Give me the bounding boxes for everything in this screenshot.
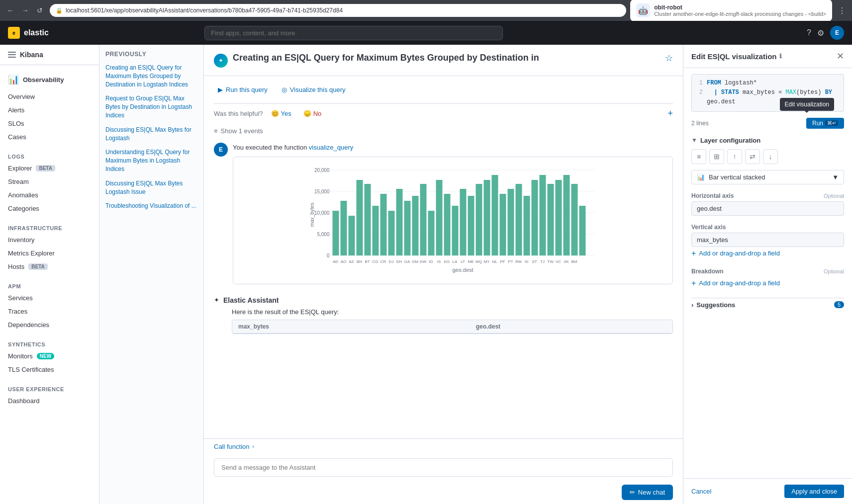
sidebar-item-services[interactable]: Services: [0, 291, 99, 305]
add-breakdown-field[interactable]: + Add or drag-and-drop a field: [691, 277, 844, 290]
code-text-1: FROM logstash*: [707, 79, 757, 88]
sidebar-item-anomalies[interactable]: Anomalies: [0, 188, 99, 202]
assistant-name-label: Elastic Assistant: [223, 296, 279, 304]
prev-item-1[interactable]: Creating an ES|QL Query for Maximum Byte…: [105, 64, 197, 88]
star-button[interactable]: ☆: [665, 53, 673, 64]
layer-icon-btn-3[interactable]: ↑: [727, 149, 742, 164]
sidebar-item-dashboard[interactable]: Dashboard: [0, 394, 99, 408]
layer-icon-btn-1[interactable]: ≡: [691, 149, 706, 164]
back-button[interactable]: ←: [4, 4, 17, 16]
call-function-button[interactable]: Call function ›: [214, 443, 254, 450]
cancel-button[interactable]: Cancel: [691, 485, 711, 498]
horizontal-axis-field[interactable]: geo.dest: [691, 201, 844, 216]
no-button[interactable]: 😞 No: [299, 108, 326, 119]
chat-input-area: [204, 454, 683, 485]
suggestions-section[interactable]: › Suggestions 5: [691, 298, 844, 312]
svg-rect-14: [357, 180, 363, 255]
nav-observability-brand[interactable]: 📊 Observability: [0, 69, 99, 90]
lock-icon: 🔒: [56, 7, 63, 14]
settings-icon[interactable]: ⚙: [817, 28, 824, 38]
alerts-label: Alerts: [8, 106, 24, 114]
svg-text:BM: BM: [571, 259, 577, 264]
forward-button[interactable]: →: [19, 4, 32, 16]
sidebar-item-tls[interactable]: TLS Certificates: [0, 363, 99, 376]
elastic-logo[interactable]: e elastic: [8, 27, 49, 39]
svg-rect-27: [460, 189, 467, 255]
svg-rect-18: [388, 211, 395, 255]
run-query-button[interactable]: ▶ Run this query: [214, 84, 272, 95]
traces-label: Traces: [8, 308, 27, 315]
svg-text:15,000: 15,000: [314, 189, 330, 194]
sidebar-item-categories[interactable]: Categories: [0, 202, 99, 215]
add-vertical-field[interactable]: + Add or drag-and-drop a field: [691, 247, 844, 260]
sidebar-item-inventory[interactable]: Inventory: [0, 233, 99, 247]
sidebar-item-cases[interactable]: Cases: [0, 130, 99, 144]
help-icon[interactable]: ?: [807, 28, 811, 37]
viz-info-icon[interactable]: ℹ: [779, 53, 782, 60]
sidebar-item-overview[interactable]: Overview: [0, 90, 99, 103]
vertical-axis-field[interactable]: max_bytes: [691, 233, 844, 247]
breakdown-text: Breakdown: [691, 268, 724, 275]
prev-item-6[interactable]: Troubleshooting Visualization of ...: [105, 202, 197, 210]
hosts-beta-badge: BETA: [28, 263, 47, 270]
layer-icon-btn-2[interactable]: ⊞: [709, 149, 724, 164]
sidebar-item-metrics-explorer[interactable]: Metrics Explorer: [0, 247, 99, 260]
refresh-button[interactable]: ↺: [34, 4, 46, 16]
user-avatar[interactable]: E: [830, 26, 844, 40]
new-chat-label: New chat: [638, 489, 665, 496]
svg-rect-42: [579, 206, 586, 255]
add-breakdown-label: Add or drag-and-drop a field: [699, 279, 780, 287]
chat-input[interactable]: [221, 464, 665, 471]
assistant-message: ✦ Elastic Assistant Here is the result o…: [214, 296, 673, 334]
sidebar-item-slos[interactable]: SLOs: [0, 117, 99, 130]
sidebar-item-dependencies[interactable]: Dependencies: [0, 318, 99, 332]
sidebar-item-explorer[interactable]: Explorer BETA: [0, 162, 99, 175]
anomalies-label: Anomalies: [8, 191, 38, 199]
search-input[interactable]: [204, 26, 503, 40]
expand-icon[interactable]: +: [667, 108, 673, 119]
svg-text:BT: BT: [365, 259, 370, 264]
svg-rect-30: [484, 180, 490, 255]
sidebar-item-alerts[interactable]: Alerts: [0, 103, 99, 117]
prev-item-4[interactable]: Understanding ES|QL Query for Maximum By…: [105, 148, 197, 173]
svg-text:IS: IS: [437, 259, 441, 264]
monitors-label: Monitors: [8, 352, 33, 360]
svg-text:AD: AD: [333, 259, 338, 264]
show-events[interactable]: ≡ Show 1 events: [214, 127, 673, 135]
prev-item-5[interactable]: Discussing ES|QL Max Bytes Logstash Issu…: [105, 179, 197, 196]
hamburger-icon[interactable]: [8, 52, 16, 58]
layer-icon-btn-4[interactable]: ⇄: [745, 149, 760, 164]
sidebar-item-monitors[interactable]: Monitors NEW: [0, 349, 99, 363]
sidebar-item-hosts[interactable]: Hosts BETA: [0, 260, 99, 273]
chart-inner: 20,000 15,000 10,000 5,000 0 max_bytes: [241, 165, 664, 276]
suggestions-text: Suggestions: [696, 301, 735, 309]
logs-section-title: Logs: [0, 152, 99, 162]
browser-menu-button[interactable]: ⋮: [836, 4, 848, 17]
url-bar[interactable]: 🔒 localhost:5601/xe/app/observabilityAIA…: [50, 4, 626, 17]
svg-text:TJ: TJ: [540, 259, 545, 264]
prev-item-3[interactable]: Discussing ES|QL Max Bytes for Logstash: [105, 126, 197, 143]
layer-config-header[interactable]: ▼ Layer configuration: [691, 137, 844, 144]
new-chat-button[interactable]: ✏ New chat: [622, 485, 673, 500]
layer-icon-btn-5[interactable]: ↓: [763, 149, 778, 164]
browser-navigation[interactable]: ← → ↺: [4, 4, 46, 16]
sidebar-item-stream[interactable]: Stream: [0, 175, 99, 188]
chart-type-selector[interactable]: 📊 Bar vertical stacked ▼: [691, 170, 844, 184]
svg-rect-41: [571, 184, 578, 255]
viz-panel-close-button[interactable]: ✕: [837, 51, 844, 62]
vertical-axis-section: Vertical axis max_bytes + Add or drag-an…: [691, 224, 844, 260]
svg-text:MY: MY: [484, 259, 490, 264]
plus-icon-vertical: +: [691, 249, 696, 258]
global-search[interactable]: [204, 26, 503, 40]
sidebar-item-traces[interactable]: Traces: [0, 305, 99, 318]
svg-text:KG: KG: [444, 259, 450, 264]
chat-title: Creating an ES|QL Query for Maximum Byte…: [233, 53, 539, 63]
run-button[interactable]: Run ⌘↵: [806, 118, 844, 129]
overview-label: Overview: [8, 93, 35, 100]
apply-close-button[interactable]: Apply and close: [784, 485, 844, 498]
svg-text:MQ: MQ: [475, 259, 482, 264]
prev-item-2[interactable]: Request to Group ES|QL Max Bytes by Dest…: [105, 94, 197, 119]
visualize-query-button[interactable]: ◎ Visualize this query: [278, 84, 350, 95]
yes-button[interactable]: 😊 Yes: [267, 108, 295, 119]
new-chat-icon: ✏: [630, 489, 635, 496]
